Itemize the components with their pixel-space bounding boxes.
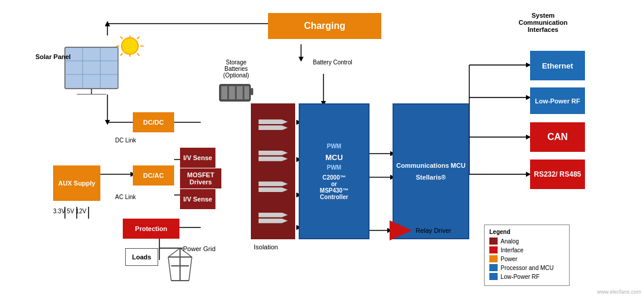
svg-line-42 bbox=[137, 37, 139, 39]
comm-mcu-title: Communications MCU bbox=[396, 162, 465, 169]
rs232-box: RS232/ RS485 bbox=[530, 160, 585, 189]
mcu-subtitle: C2000™ or MSP430™ Controller bbox=[320, 174, 348, 200]
charging-box: Charging bbox=[268, 13, 381, 39]
watermark: www.elecfans.com bbox=[597, 289, 641, 295]
solar-panel-label: Solar Panel bbox=[35, 53, 71, 60]
ethernet-box: Ethernet bbox=[530, 51, 585, 80]
iso-arrow-3 bbox=[259, 181, 288, 192]
legend-analog-color bbox=[489, 238, 498, 245]
sys-comm-header: System Communication Interfaces bbox=[490, 12, 596, 33]
legend-box: Legend Analog Interface Power Processor … bbox=[484, 225, 570, 286]
svg-rect-45 bbox=[65, 47, 118, 89]
iv-sense-bottom-box: I/V Sense bbox=[180, 189, 215, 209]
comm-mcu-sub: Stellaris® bbox=[416, 174, 446, 181]
legend-power-label: Power bbox=[501, 256, 517, 262]
dcac-box: DC/AC bbox=[133, 165, 174, 186]
voltages-label: 3.3V 5V 12V bbox=[53, 208, 86, 214]
svg-point-36 bbox=[122, 38, 138, 54]
svg-line-63 bbox=[168, 257, 171, 281]
solar-panel-image bbox=[59, 35, 153, 95]
protection-box: Protection bbox=[123, 219, 179, 239]
legend-power-color bbox=[489, 255, 498, 262]
svg-line-66 bbox=[180, 248, 192, 257]
isolation-label: Isolation bbox=[254, 243, 278, 251]
dc-link-label: DC Link bbox=[115, 137, 136, 144]
legend-lowpower: Low-Power RF bbox=[489, 273, 564, 280]
pwm-bottom-label: PWM bbox=[327, 164, 341, 171]
mosfet-drivers-box: MOSFET Drivers bbox=[180, 168, 221, 188]
ac-link-label: AC Link bbox=[115, 194, 136, 200]
pwm-top-label: PWM bbox=[327, 143, 341, 149]
legend-analog-label: Analog bbox=[501, 238, 519, 245]
svg-line-44 bbox=[137, 53, 139, 56]
aux-supply-box: AUX Supply bbox=[53, 165, 100, 201]
svg-line-64 bbox=[189, 257, 192, 281]
legend-analog: Analog bbox=[489, 238, 564, 245]
legend-processor-color bbox=[489, 264, 498, 271]
legend-lowpower-label: Low-Power RF bbox=[501, 274, 540, 280]
relay-driver-icon bbox=[390, 220, 413, 240]
relay-driver-label: Relay Driver bbox=[416, 227, 452, 234]
legend-processor-label: Processor and MCU bbox=[501, 265, 554, 271]
svg-rect-55 bbox=[221, 86, 227, 99]
comm-mcu-box: Communications MCU Stellaris® bbox=[393, 103, 469, 239]
iso-arrow-1 bbox=[259, 119, 288, 130]
svg-line-43 bbox=[120, 53, 123, 56]
mcu-title: MCU bbox=[325, 153, 343, 162]
legend-processor: Processor and MCU bbox=[489, 264, 564, 271]
iso-arrow-2 bbox=[259, 151, 288, 161]
can-box: CAN bbox=[530, 122, 585, 152]
svg-rect-54 bbox=[250, 88, 253, 95]
svg-marker-59 bbox=[390, 220, 412, 240]
legend-lowpower-color bbox=[489, 273, 498, 280]
battery-control-label: Battery Control bbox=[313, 59, 352, 66]
iv-sense-top-box: I/V Sense bbox=[180, 148, 215, 168]
mcu-box: PWM MCU PWM C2000™ or MSP430™ Controller bbox=[299, 103, 370, 239]
relay-driver-area: Relay Driver bbox=[390, 220, 452, 240]
svg-rect-58 bbox=[244, 86, 249, 99]
legend-interface: Interface bbox=[489, 246, 564, 253]
low-power-rf-box: Low-Power RF bbox=[530, 87, 585, 114]
svg-line-41 bbox=[120, 37, 123, 39]
svg-rect-57 bbox=[237, 86, 243, 99]
legend-interface-label: Interface bbox=[501, 247, 524, 253]
power-grid-icon bbox=[165, 248, 195, 284]
svg-line-65 bbox=[168, 248, 180, 257]
iso-arrow-4 bbox=[259, 213, 288, 223]
storage-batteries-label: Storage Batteries (Optional) bbox=[218, 59, 254, 105]
dcdc-box: DC/DC bbox=[133, 112, 174, 132]
legend-interface-color bbox=[489, 246, 498, 253]
loads-box: Loads bbox=[125, 248, 158, 266]
isolation-box bbox=[251, 103, 295, 239]
legend-title: Legend bbox=[489, 229, 564, 235]
legend-power: Power bbox=[489, 255, 564, 262]
diagram: Solar Panel Charging Storage Batteries (… bbox=[0, 0, 644, 296]
svg-rect-56 bbox=[229, 86, 235, 99]
